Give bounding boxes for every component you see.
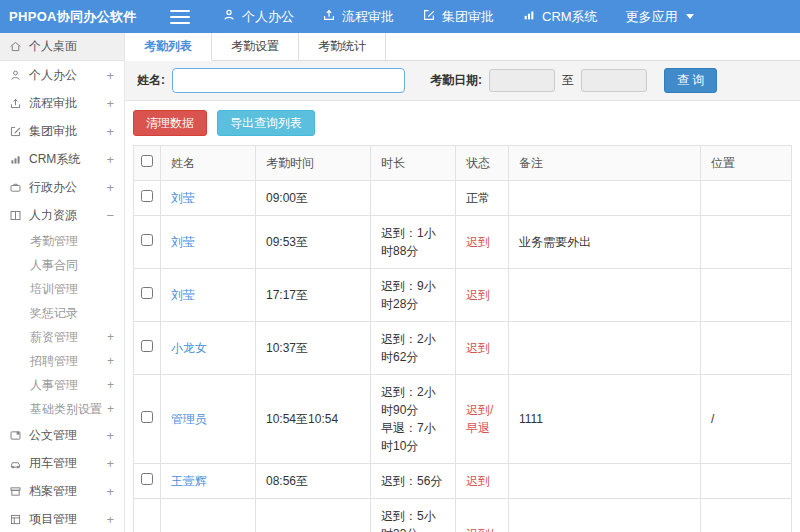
sidebar-item-vehicles[interactable]: 用车管理 + <box>0 449 124 477</box>
attendance-time: 10:54至10:54 <box>256 375 371 464</box>
duration: 迟到：9小时28分 <box>371 269 456 322</box>
sidebar-item-crm[interactable]: CRM系统 + <box>0 145 124 173</box>
row-checkbox[interactable] <box>141 340 153 352</box>
sidebar-item-projects[interactable]: 项目管理 + <box>0 505 124 532</box>
expand-plus-icon[interactable]: + <box>107 354 114 368</box>
sidebar-item-archives[interactable]: 档案管理 + <box>0 477 124 505</box>
export-list-button[interactable]: 导出查询列表 <box>217 110 315 136</box>
expand-plus-icon[interactable]: + <box>106 152 114 167</box>
sidebar-label: 公文管理 <box>29 427 77 444</box>
expand-plus-icon[interactable]: + <box>106 484 114 499</box>
topnav-group-approval[interactable]: 集团审批 <box>422 8 494 26</box>
name-label: 姓名: <box>137 72 165 89</box>
sidebar-subitem-base-category[interactable]: 基础类别设置 + <box>0 397 124 421</box>
sidebar-subitem-personnel[interactable]: 人事管理 + <box>0 373 124 397</box>
employee-name-link[interactable]: 刘莹 <box>171 288 195 302</box>
topnav-crm[interactable]: CRM系统 <box>522 8 598 26</box>
collapse-minus-icon[interactable]: − <box>106 208 114 223</box>
note: 1111 <box>509 375 701 464</box>
sidebar-item-admin-office[interactable]: 行政办公 + <box>0 173 124 201</box>
expand-plus-icon[interactable]: + <box>106 428 114 443</box>
date-from-input[interactable] <box>489 69 555 92</box>
table-row: 管理员 10:54至10:54 迟到：2小时90分 早退：7小时10分 迟到/早… <box>134 375 792 464</box>
sidebar-sublabel: 人事管理 <box>30 377 78 394</box>
status: 迟到/早退 <box>456 375 509 464</box>
status: 迟到 <box>456 216 509 269</box>
attendance-time: 10:37至 <box>256 322 371 375</box>
row-checkbox[interactable] <box>141 190 153 202</box>
row-checkbox[interactable] <box>141 234 153 246</box>
row-checkbox[interactable] <box>141 473 153 485</box>
sidebar-subitem-attendance[interactable]: 考勤管理 <box>0 229 124 253</box>
topnav-personal-office[interactable]: 个人办公 <box>222 8 294 26</box>
duration: 迟到：56分 <box>371 464 456 499</box>
sidebar-subitem-recruiting[interactable]: 招聘管理 + <box>0 349 124 373</box>
expand-plus-icon[interactable]: + <box>106 512 114 527</box>
tab-attendance-list[interactable]: 考勤列表 <box>125 33 212 61</box>
col-header-duration: 时长 <box>371 146 456 181</box>
sidebar-subitem-hr-contract[interactable]: 人事合同 <box>0 253 124 277</box>
row-checkbox[interactable] <box>141 287 153 299</box>
tab-attendance-settings[interactable]: 考勤设置 <box>212 33 299 60</box>
sidebar-sublabel: 薪资管理 <box>30 329 78 346</box>
date-to-input[interactable] <box>581 69 647 92</box>
topnav-workflow-approval[interactable]: 流程审批 <box>322 8 394 26</box>
status: 迟到/早退 <box>456 499 509 532</box>
sidebar-subitem-training[interactable]: 培训管理 <box>0 277 124 301</box>
expand-plus-icon[interactable]: + <box>106 180 114 195</box>
sidebar-subitem-salary[interactable]: 薪资管理 + <box>0 325 124 349</box>
sidebar: 个人桌面 个人办公 + 流程审批 + 集团审批 + CRM系统 + <box>0 33 125 532</box>
employee-name-link[interactable]: 管理员 <box>171 412 207 426</box>
location <box>701 269 792 322</box>
location <box>701 181 792 216</box>
select-all-checkbox[interactable] <box>141 155 153 167</box>
duration: 迟到：1小时88分 <box>371 216 456 269</box>
attendance-time: 13:20至13:20 <box>256 499 371 532</box>
sidebar-label: 流程审批 <box>29 95 77 112</box>
car-icon <box>9 457 22 470</box>
topnav-label: CRM系统 <box>542 8 598 26</box>
sidebar-item-hr[interactable]: 人力资源 − <box>0 201 124 229</box>
sidebar-subitem-rewards[interactable]: 奖惩记录 <box>0 301 124 325</box>
clean-data-button[interactable]: 清理数据 <box>133 110 207 136</box>
attendance-table-wrap: 姓名 考勤时间 时长 状态 备注 位置 刘莹 09:00至 <box>125 145 800 532</box>
top-navbar: PHPOA协同办公软件 个人办公 流程审批 集团审批 CRM系统 更多应用 <box>0 0 800 33</box>
sidebar-sublabel: 奖惩记录 <box>30 305 78 322</box>
sidebar-item-documents[interactable]: 公文管理 + <box>0 421 124 449</box>
hamburger-menu-icon[interactable] <box>170 10 190 24</box>
tab-attendance-stats[interactable]: 考勤统计 <box>299 33 386 60</box>
expand-plus-icon[interactable]: + <box>107 378 114 392</box>
expand-plus-icon[interactable]: + <box>107 402 114 416</box>
sidebar-item-group-approval[interactable]: 集团审批 + <box>0 117 124 145</box>
search-bar: 姓名: 考勤日期: 至 查 询 <box>125 61 800 101</box>
book-icon <box>9 209 22 222</box>
sidebar-item-desktop[interactable]: 个人桌面 <box>0 33 124 61</box>
expand-plus-icon[interactable]: + <box>106 456 114 471</box>
query-button[interactable]: 查 询 <box>664 68 717 93</box>
project-icon <box>9 513 22 526</box>
employee-name-link[interactable]: 刘莹 <box>171 235 195 249</box>
employee-name-link[interactable]: 王壹辉 <box>171 474 207 488</box>
status: 迟到 <box>456 464 509 499</box>
sidebar-item-personal-office[interactable]: 个人办公 + <box>0 61 124 89</box>
attendance-time: 17:17至 <box>256 269 371 322</box>
note <box>509 269 701 322</box>
employee-name-link[interactable]: 刘莹 <box>171 191 195 205</box>
topnav-label: 更多应用 <box>626 8 678 26</box>
employee-name-link[interactable]: 小龙女 <box>171 341 207 355</box>
expand-plus-icon[interactable]: + <box>106 96 114 111</box>
person-icon <box>9 69 22 82</box>
topnav-more-apps[interactable]: 更多应用 <box>626 8 694 26</box>
name-input[interactable] <box>172 68 405 93</box>
table-header-row: 姓名 考勤时间 时长 状态 备注 位置 <box>134 146 792 181</box>
sidebar-item-workflow-approval[interactable]: 流程审批 + <box>0 89 124 117</box>
expand-plus-icon[interactable]: + <box>106 68 114 83</box>
row-checkbox[interactable] <box>141 411 153 423</box>
tab-bar: 考勤列表 考勤设置 考勤统计 <box>125 33 800 61</box>
share-up-icon <box>9 97 22 110</box>
expand-plus-icon[interactable]: + <box>106 124 114 139</box>
attendance-time: 09:53至 <box>256 216 371 269</box>
location: / <box>701 499 792 532</box>
expand-plus-icon[interactable]: + <box>107 330 114 344</box>
bar-chart-icon <box>9 153 22 166</box>
